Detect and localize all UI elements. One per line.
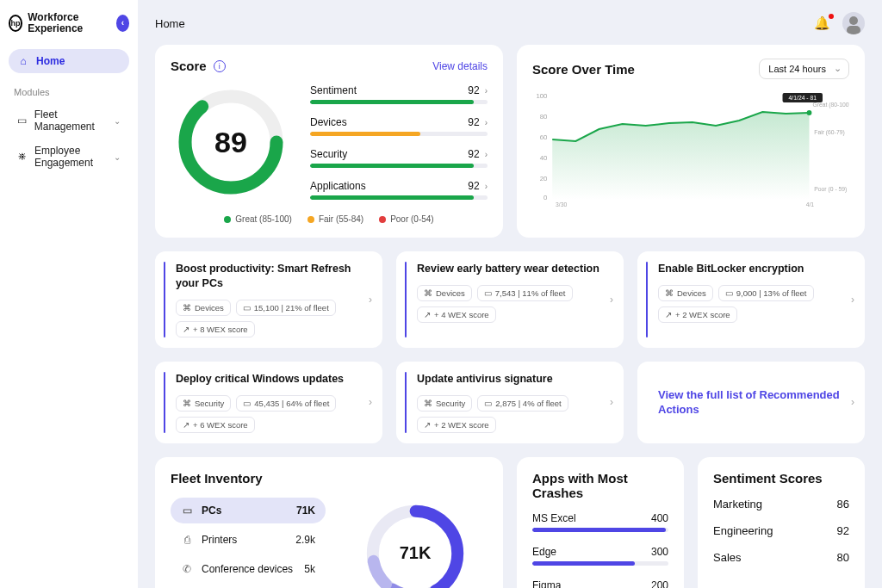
time-range-dropdown[interactable]: Last 24 hours <box>759 59 849 79</box>
reco-stat-pill: ▭7,543 | 11% of fleet <box>477 285 573 301</box>
fleet-title: Fleet Inventory <box>171 471 488 486</box>
sidebar-item-label: Home <box>36 55 65 67</box>
metric-bar <box>310 164 488 168</box>
reco-category-pill: ⌘Devices <box>658 285 713 301</box>
sentiment-value: 80 <box>837 551 849 564</box>
fleet-item-label: Conference devices <box>202 563 293 575</box>
avatar[interactable] <box>842 12 865 34</box>
reco-category-pill: ⌘Devices <box>176 300 231 316</box>
svg-text:100: 100 <box>537 92 549 100</box>
score-metric-row[interactable]: Devices 92 › <box>310 116 488 136</box>
fleet-donut-center: 71K <box>359 498 471 588</box>
metric-bar <box>310 100 488 104</box>
reco-impact-pill: ↗+ 2 WEX score <box>658 306 737 323</box>
reco-impact-pill: ↗+ 6 WEX score <box>176 417 255 433</box>
svg-text:Fair (60-79): Fair (60-79) <box>814 129 844 136</box>
score-donut: 89 <box>171 82 291 202</box>
sidebar-item-home[interactable]: ⌂ Home <box>9 49 129 73</box>
chevron-right-icon: › <box>369 396 372 408</box>
devices-icon: ▭ <box>725 288 733 298</box>
view-details-link[interactable]: View details <box>432 60 488 72</box>
sidebar-item-label: Employee Engagement <box>34 145 107 169</box>
svg-text:Great (80-100): Great (80-100) <box>812 102 849 108</box>
sentiment-row: Marketing86 <box>713 498 849 511</box>
reco-title: Enable BitLocker encryption <box>649 262 853 276</box>
score-metric-row[interactable]: Applications 92 › <box>310 180 488 200</box>
metric-bar <box>310 132 488 136</box>
chevron-right-icon: › <box>485 150 488 159</box>
sidebar-section-modules: Modules <box>14 87 124 97</box>
svg-text:0: 0 <box>543 194 548 201</box>
recommendation-card[interactable]: Boost productivity: Smart Refresh your P… <box>155 251 382 348</box>
chevron-right-icon: › <box>610 396 613 408</box>
svg-text:4/1/24 - 81: 4/1/24 - 81 <box>789 95 817 101</box>
tag-icon: ⌘ <box>183 303 191 313</box>
svg-point-11 <box>807 110 812 115</box>
crash-app-row: Figma200 <box>532 579 668 588</box>
svg-text:3/30: 3/30 <box>556 201 567 207</box>
reco-stat-pill: ▭9,000 | 13% of fleet <box>718 285 814 301</box>
tag-icon: ⌘ <box>424 288 432 298</box>
crash-app-row: MS Excel400 <box>532 512 668 532</box>
page-title: Home <box>155 17 185 30</box>
reco-category-pill: ⌘Devices <box>417 285 472 301</box>
notification-dot-icon <box>829 14 834 19</box>
tag-icon: ⌘ <box>665 288 674 298</box>
fleet-category-item[interactable]: ⎙ Printers 2.9k <box>171 527 326 553</box>
tag-icon: ⌘ <box>424 399 432 408</box>
notifications-button[interactable]: 🔔 <box>814 15 830 31</box>
home-icon: ⌂ <box>17 55 29 67</box>
fleet-category-item[interactable]: 🖵 Displays & docks 102k <box>171 585 326 588</box>
reco-stat-pill: ▭45,435 | 64% of fleet <box>236 395 336 412</box>
crash-app-value: 300 <box>651 546 668 558</box>
trend-icon: ↗ <box>183 325 189 334</box>
sentiment-title: Sentiment Scores <box>713 471 849 486</box>
bell-icon: 🔔 <box>814 15 830 30</box>
devices-icon: ▭ <box>484 288 492 298</box>
collapse-sidebar-button[interactable]: ‹ <box>116 15 129 32</box>
metric-label: Security <box>310 148 347 160</box>
sentiment-label: Marketing <box>713 498 762 511</box>
crash-app-label: Edge <box>532 546 556 558</box>
recommendation-card[interactable]: Review early battery wear detection ⌘Dev… <box>396 251 624 348</box>
chevron-right-icon: › <box>610 294 613 306</box>
sidebar-item-fleet-management[interactable]: ▭ Fleet Management ⌄ <box>9 102 129 139</box>
metric-label: Devices <box>310 116 347 128</box>
people-icon: ⛯ <box>17 151 28 163</box>
svg-text:Poor (0 - 59): Poor (0 - 59) <box>814 186 847 193</box>
sentiment-row: Engineering92 <box>713 524 849 537</box>
recommendation-card[interactable]: Update antivirus signature ⌘Security ▭2,… <box>396 362 624 443</box>
trend-icon: ↗ <box>183 420 189 430</box>
sidebar-item-employee-engagement[interactable]: ⛯ Employee Engagement ⌄ <box>9 139 129 175</box>
score-over-time-card: Score Over Time Last 24 hours 1 <box>517 45 865 238</box>
reco-stat-pill: ▭2,875 | 4% of fleet <box>477 395 568 412</box>
trend-icon: ↗ <box>424 420 431 430</box>
fleet-item-count: 71K <box>296 504 315 517</box>
fleet-category-item[interactable]: ✆ Conference devices 5k <box>171 556 326 582</box>
sentiment-value: 92 <box>837 524 849 537</box>
crash-app-label: Figma <box>532 579 561 588</box>
recommendation-card[interactable]: Deploy critical Windows updates ⌘Securit… <box>155 362 382 443</box>
chevron-right-icon: › <box>485 86 488 96</box>
devices-icon: ▭ <box>243 399 251 408</box>
chevron-right-icon: › <box>369 294 372 306</box>
metric-value: 92 <box>468 148 479 160</box>
recommendation-card[interactable]: Enable BitLocker encryption ⌘Devices ▭9,… <box>637 251 865 348</box>
score-metric-row[interactable]: Security 92 › <box>310 148 488 168</box>
info-icon[interactable]: i <box>214 60 226 72</box>
crashes-card: Apps with Most Crashes MS Excel400 Edge3… <box>517 457 684 588</box>
fleet-category-item[interactable]: ▭ PCs 71K <box>171 498 326 523</box>
tag-icon: ⌘ <box>183 399 191 408</box>
score-metric-row[interactable]: Sentiment 92 › <box>310 84 488 104</box>
fleet-item-label: Printers <box>202 534 237 546</box>
trend-icon: ↗ <box>665 310 672 319</box>
sidebar: hp Workforce Experience ‹ ⌂ Home Modules… <box>0 0 138 588</box>
reco-category-pill: ⌘Security <box>417 395 472 412</box>
laptop-icon: ▭ <box>17 115 28 127</box>
brand-name: Workforce Experience <box>28 12 111 34</box>
metric-bar <box>310 195 488 200</box>
devices-icon: ▭ <box>484 399 492 408</box>
view-all-recommendations-link[interactable]: View the full list of Recommended Action… <box>637 362 865 443</box>
sentiment-card: Sentiment Scores Marketing86Engineering9… <box>698 457 865 588</box>
svg-text:80: 80 <box>540 113 548 121</box>
